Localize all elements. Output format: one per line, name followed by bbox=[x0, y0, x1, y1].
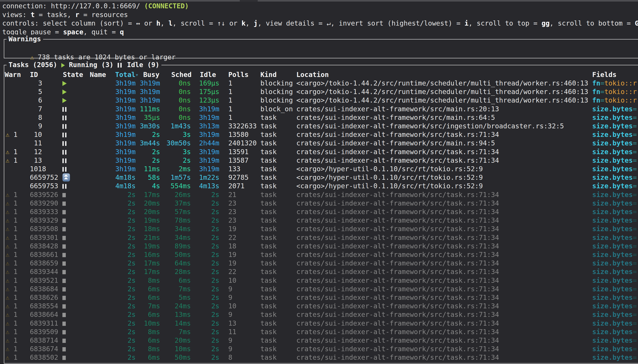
cell-fields: size.bytes= bbox=[592, 250, 638, 259]
cell-fields: size.bytes= bbox=[592, 122, 638, 130]
task-row[interactable]: ⚠168393332s20ms57ms2s23taskcrates/sui-in… bbox=[4, 208, 638, 216]
running-icon bbox=[62, 90, 67, 94]
cell-fields: fn=tokio::r bbox=[592, 88, 638, 96]
cell-state bbox=[62, 182, 76, 190]
field-key: size.bytes bbox=[592, 114, 633, 122]
cell-busy: 111ms bbox=[136, 105, 160, 113]
task-row[interactable]: 63h19m3h19m0ns123µs1blocking<cargo>/toki… bbox=[4, 96, 638, 104]
cell-polls: 19 bbox=[228, 225, 260, 233]
task-row[interactable]: ⚠168393112s10ms14ms2s13taskcrates/sui-in… bbox=[4, 319, 638, 328]
task-row[interactable]: ⚠168392902s20ms37ms2s23taskcrates/sui-in… bbox=[4, 199, 638, 208]
field-key: size.bytes bbox=[592, 139, 633, 147]
task-row[interactable]: ⚠168395082s18ms34ms2s19taskcrates/sui-in… bbox=[4, 225, 638, 233]
task-row[interactable]: 53h19m3h19m0ns175µs1blocking<cargo>/toki… bbox=[4, 88, 638, 96]
task-row[interactable]: ⚠168386592s17ms64ms2s19taskcrates/sui-in… bbox=[4, 259, 638, 268]
cell-sched: 1m43s bbox=[160, 122, 191, 130]
stopped-icon bbox=[62, 356, 66, 360]
field-equals: = bbox=[633, 354, 637, 361]
task-row[interactable]: 10183h19m11ms2ms3h19m133task<cargo>/hype… bbox=[4, 165, 638, 173]
task-row[interactable]: ⚠1123h19m2s3s3h19m13591taskcrates/sui-in… bbox=[4, 148, 638, 156]
field-equals: = bbox=[633, 208, 637, 216]
stopped-icon bbox=[62, 218, 66, 223]
cell-location: crates/sui-indexer-alt-framework/src/tas… bbox=[296, 216, 593, 225]
cell-idle: 175µs bbox=[191, 88, 219, 96]
field-key: size.bytes bbox=[592, 319, 633, 327]
cell-polls: 1 bbox=[228, 88, 260, 96]
idle-icon bbox=[62, 182, 68, 190]
cell-kind: task bbox=[260, 285, 296, 293]
field-equals: = bbox=[633, 174, 637, 181]
cell-fields: size.bytes= bbox=[592, 242, 638, 250]
task-row[interactable]: 73h19m111ms0ns3h19m1block_oncrates/sui-i… bbox=[4, 105, 638, 113]
cell-kind: task bbox=[260, 353, 296, 362]
task-row[interactable]: 33h19m3h19m0ns169µs1blocking<cargo>/toki… bbox=[4, 79, 638, 88]
task-row[interactable]: 66597524m18s58s1m57s1m22s92785task<cargo… bbox=[4, 173, 638, 182]
warn-count: 1 bbox=[14, 353, 19, 362]
cell-task-id: 6839521 bbox=[30, 276, 59, 285]
task-row[interactable]: ⚠168386742s8ms10ms2s9taskcrates/sui-inde… bbox=[4, 345, 638, 353]
task-row[interactable]: 113h19m3m44s30m50s2h44m2401320taskcrates… bbox=[4, 139, 638, 148]
cell-busy: 11ms bbox=[136, 165, 160, 173]
field-key: size.bytes bbox=[592, 234, 633, 242]
field-key: size.bytes bbox=[592, 242, 633, 250]
task-row[interactable]: ⚠168386842s6ms7ms2s9taskcrates/sui-index… bbox=[4, 285, 638, 293]
warn-icon: ⚠ bbox=[6, 225, 12, 233]
task-row[interactable]: ⚠1133h19m2s2s3h19m13587taskcrates/sui-in… bbox=[4, 156, 638, 165]
task-row[interactable]: ⚠168385542s7ms24ms2s10taskcrates/sui-ind… bbox=[4, 302, 638, 310]
cell-location: crates/sui-indexer-alt-framework/src/tas… bbox=[296, 302, 593, 310]
cell-total: 2s bbox=[103, 199, 136, 208]
cell-kind: blocking bbox=[260, 79, 296, 88]
cell-sched: 7ms bbox=[160, 285, 191, 293]
task-row[interactable]: ⚠168386612s16ms50ms2s19taskcrates/sui-in… bbox=[4, 250, 638, 259]
field-key: size.bytes bbox=[592, 191, 633, 198]
cell-task-id: 6838674 bbox=[30, 345, 59, 353]
task-row[interactable]: ⚠1103h19m2s3s3h19m13580taskcrates/sui-in… bbox=[4, 130, 638, 139]
cell-kind: task bbox=[260, 208, 296, 216]
cell-kind: task bbox=[260, 173, 296, 182]
cell-total: 3h19m bbox=[103, 122, 136, 130]
cell-sched: 50ms bbox=[160, 353, 191, 362]
cell-idle: 2s bbox=[191, 268, 219, 276]
task-row[interactable]: ⚠168393012s21ms34ms2s22taskcrates/sui-in… bbox=[4, 234, 638, 242]
task-row[interactable]: ⚠168386262s6ms5ms2s9taskcrates/sui-index… bbox=[4, 293, 638, 302]
warn-icon: ⚠ bbox=[6, 285, 12, 293]
field-equals: = bbox=[633, 114, 637, 122]
warn-icon: ⚠ bbox=[6, 148, 12, 156]
task-row[interactable]: 83h19m35µs0ns3h19m1taskcrates/sui-indexe… bbox=[4, 113, 638, 122]
cell-kind: task bbox=[260, 165, 296, 173]
task-row[interactable]: ⚠168385022s6ms50ms2s8taskcrates/sui-inde… bbox=[4, 353, 638, 362]
task-row[interactable]: 66597534m18s4s554ms4m13s2071task<cargo>/… bbox=[4, 182, 638, 190]
cell-sched: 57ms bbox=[160, 208, 191, 216]
idle-icon bbox=[62, 114, 68, 122]
cell-total: 2s bbox=[103, 345, 136, 353]
help-text: , scroll to top = bbox=[468, 19, 542, 27]
field-key: size.bytes bbox=[592, 259, 633, 267]
task-row[interactable]: ⚠168395212s8ms6ms2s10taskcrates/sui-inde… bbox=[4, 276, 638, 285]
cell-busy: 58s bbox=[136, 173, 160, 182]
task-row[interactable]: ⚠168393292s19ms78ms2s23taskcrates/sui-in… bbox=[4, 216, 638, 225]
task-row[interactable]: ⚠168395092s8ms7ms2s11taskcrates/sui-inde… bbox=[4, 328, 638, 336]
cell-task-id: 6839526 bbox=[30, 190, 59, 199]
cell-location: <cargo>/hyper-util-0.1.10/src/rt/tokio.r… bbox=[296, 165, 593, 173]
cell-busy: 35µs bbox=[136, 113, 160, 122]
warn-count: 1 bbox=[14, 276, 19, 285]
task-row[interactable]: ⚠168386642s6ms13ms2s9taskcrates/sui-inde… bbox=[4, 310, 638, 319]
cell-state bbox=[62, 293, 76, 302]
cell-idle: 2s bbox=[191, 336, 219, 345]
cell-location: crates/sui-indexer-alt-framework/src/mai… bbox=[296, 113, 593, 122]
cell-state bbox=[62, 302, 76, 310]
cell-kind: task bbox=[260, 199, 296, 208]
cell-idle: 3h19m bbox=[191, 148, 219, 156]
task-row[interactable]: ⚠168393442s17ms28ms2s22taskcrates/sui-in… bbox=[4, 268, 638, 276]
task-row[interactable]: 93h19m3m30s1m43s3h13m3322633taskcrates/s… bbox=[4, 122, 638, 130]
task-row[interactable]: ⚠168387142s6ms20ms2s9taskcrates/sui-inde… bbox=[4, 336, 638, 345]
cell-kind: task bbox=[260, 139, 296, 148]
help-text: , scroll to bottom = bbox=[550, 19, 635, 27]
cell-kind: task bbox=[260, 250, 296, 259]
field-equals: = bbox=[633, 148, 637, 156]
task-row[interactable]: ⚠168384282s19ms89ms2s18taskcrates/sui-in… bbox=[4, 242, 638, 250]
cell-busy: 2s bbox=[136, 130, 160, 139]
task-row[interactable]: ⚠168395262s17ms26ms2s21taskcrates/sui-in… bbox=[4, 190, 638, 199]
tokio-console-terminal: connection: http://127.0.0.1:6669/ (CONN… bbox=[0, 0, 638, 364]
cell-total: 2s bbox=[103, 225, 136, 233]
